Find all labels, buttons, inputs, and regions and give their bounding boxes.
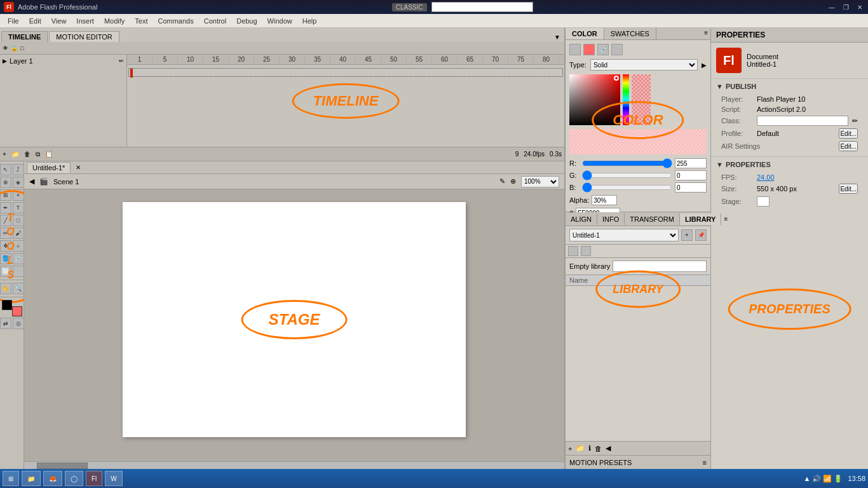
tab-info[interactable]: INFO bbox=[597, 214, 625, 225]
collapse-publish-icon[interactable]: ▼ bbox=[716, 83, 723, 90]
type-select[interactable]: Solid bbox=[590, 59, 698, 71]
profile-edit-btn[interactable]: Edit... bbox=[839, 128, 858, 139]
fill-color-btn[interactable] bbox=[583, 44, 595, 55]
hand-tool[interactable]: ✋ bbox=[0, 283, 11, 294]
class-input[interactable] bbox=[757, 116, 848, 126]
lasso-tool[interactable]: ⌖ bbox=[13, 189, 24, 201]
start-button[interactable]: ⊞ bbox=[3, 471, 19, 486]
pencil-tool[interactable]: ✏ bbox=[0, 227, 11, 239]
subselect-tool[interactable]: ⤴ bbox=[13, 164, 24, 175]
pin-library-btn[interactable]: 📌 bbox=[695, 229, 707, 241]
tab-color[interactable]: COLOR bbox=[566, 28, 604, 39]
minimize-button[interactable]: — bbox=[827, 3, 836, 11]
edit-symbol-icon[interactable]: ✎ bbox=[499, 177, 505, 186]
new-folder-icon[interactable]: 📁 bbox=[11, 151, 19, 158]
library-file-dropdown[interactable]: Untitled-1 bbox=[569, 229, 679, 241]
outline-all-icon[interactable]: □ bbox=[20, 45, 24, 51]
zoom-tool[interactable]: 🔍 bbox=[13, 283, 24, 294]
tab-motion-editor[interactable]: MOTION EDITOR bbox=[49, 31, 119, 42]
word-btn[interactable]: W bbox=[105, 471, 122, 486]
fill-color-swatch[interactable] bbox=[12, 306, 22, 316]
new-library-btn[interactable]: + bbox=[681, 229, 693, 241]
nav-back-icon[interactable]: ◀ bbox=[29, 177, 34, 186]
motion-presets-options-icon[interactable]: ≡ bbox=[703, 459, 707, 466]
brush-tool[interactable]: 🖌 bbox=[13, 227, 24, 239]
3d-tool[interactable]: ⊞ bbox=[0, 189, 11, 201]
menu-insert[interactable]: Insert bbox=[71, 16, 99, 26]
swap-color-btn[interactable] bbox=[611, 44, 623, 55]
selection-tool[interactable]: ↖ bbox=[0, 164, 11, 175]
type-arrow-icon[interactable]: ▶ bbox=[702, 62, 707, 69]
deco-tool[interactable]: ❖ bbox=[0, 240, 11, 252]
b-slider[interactable] bbox=[582, 182, 672, 193]
menu-file[interactable]: File bbox=[3, 16, 24, 26]
paint-bucket-tool[interactable]: 🪣 bbox=[0, 253, 11, 264]
collapse-props-icon[interactable]: ▼ bbox=[716, 161, 723, 168]
chrome-btn[interactable]: ◯ bbox=[65, 471, 83, 486]
swap-colors-icon[interactable]: ⇄ bbox=[0, 318, 11, 329]
zoom-select[interactable]: 100% bbox=[521, 176, 559, 187]
menu-view[interactable]: View bbox=[46, 16, 72, 26]
lib-new-symbol-icon[interactable]: + bbox=[568, 445, 572, 452]
tab-timeline[interactable]: TIMELINE bbox=[1, 31, 48, 42]
menu-edit[interactable]: Edit bbox=[24, 16, 46, 26]
pen-tool[interactable]: ✒ bbox=[0, 202, 11, 214]
size-edit-btn[interactable]: Edit... bbox=[839, 184, 858, 194]
white-stage[interactable]: STAGE bbox=[123, 202, 466, 437]
lib-folder-icon[interactable]: 📁 bbox=[576, 444, 585, 452]
bone-tool[interactable]: ⟐ bbox=[13, 240, 24, 252]
menu-help[interactable]: Help bbox=[297, 16, 322, 26]
b-input[interactable] bbox=[675, 182, 707, 193]
lib-icon-2[interactable] bbox=[581, 246, 591, 256]
eyedropper-tool[interactable]: 💉 bbox=[13, 253, 24, 264]
line-tool[interactable]: ╱ bbox=[0, 215, 11, 226]
color-panel-options-icon[interactable]: ≡ bbox=[702, 28, 710, 39]
hscroll-thumb[interactable] bbox=[37, 463, 88, 469]
firefox-btn[interactable]: 🦊 bbox=[43, 471, 62, 486]
delete-layer-icon[interactable]: 🗑 bbox=[24, 151, 31, 158]
stroke-color-swatch[interactable] bbox=[2, 300, 12, 310]
lib-nav-icon[interactable]: ◀ bbox=[606, 444, 611, 452]
r-input[interactable] bbox=[675, 158, 707, 168]
alpha-input[interactable] bbox=[592, 195, 617, 205]
class-edit-icon[interactable]: ✏ bbox=[852, 117, 858, 125]
menu-control[interactable]: Control bbox=[199, 16, 231, 26]
r-slider[interactable] bbox=[582, 158, 672, 168]
lib-icon-1[interactable] bbox=[568, 246, 578, 256]
library-search-input[interactable] bbox=[613, 261, 707, 272]
color-gradient[interactable] bbox=[569, 74, 620, 125]
eyedropper-color-btn[interactable]: 💉 bbox=[597, 44, 609, 55]
hue-slider[interactable] bbox=[623, 74, 629, 125]
timeline-collapse[interactable]: ▼ bbox=[552, 32, 563, 42]
g-slider[interactable] bbox=[582, 170, 672, 180]
close-tab-icon[interactable]: ✕ bbox=[76, 164, 81, 171]
show-all-icon[interactable]: 👁 bbox=[3, 45, 8, 51]
lock-all-icon[interactable]: 🔒 bbox=[11, 45, 18, 51]
eraser-tool[interactable]: ⬜ bbox=[0, 266, 11, 277]
center-stage-icon[interactable]: ⊕ bbox=[510, 177, 516, 186]
rect-tool[interactable]: □ bbox=[13, 215, 24, 226]
air-edit-btn[interactable]: Edit... bbox=[839, 141, 858, 151]
menu-window[interactable]: Window bbox=[262, 16, 297, 26]
tab-transform[interactable]: TRANSFORM bbox=[625, 214, 680, 225]
menu-text[interactable]: Text bbox=[130, 16, 153, 26]
menu-modify[interactable]: Modify bbox=[99, 16, 130, 26]
reset-colors-icon[interactable]: ◎ bbox=[13, 318, 24, 329]
global-search-input[interactable] bbox=[431, 2, 533, 12]
stage-hscrollbar[interactable] bbox=[24, 461, 564, 469]
text-tool[interactable]: T bbox=[13, 202, 24, 214]
stage-canvas-wrapper[interactable]: STAGE bbox=[24, 189, 564, 461]
restore-button[interactable]: ❐ bbox=[841, 3, 850, 11]
lib-delete-icon[interactable]: 🗑 bbox=[595, 445, 602, 452]
stroke-color-btn[interactable] bbox=[569, 44, 581, 55]
gradient-tool[interactable]: ◈ bbox=[13, 177, 24, 188]
new-layer-icon[interactable]: + bbox=[3, 151, 6, 158]
close-button[interactable]: ✕ bbox=[855, 3, 864, 11]
file-manager-btn[interactable]: 📁 bbox=[22, 471, 41, 486]
paste-frames-icon[interactable]: 📋 bbox=[45, 151, 53, 158]
menu-debug[interactable]: Debug bbox=[231, 16, 262, 26]
menu-commands[interactable]: Commands bbox=[153, 16, 198, 26]
tab-swatches[interactable]: SWATCHES bbox=[604, 28, 656, 39]
stage-color-swatch[interactable] bbox=[757, 196, 770, 207]
flash-taskbar-btn[interactable]: Fl bbox=[86, 471, 102, 486]
